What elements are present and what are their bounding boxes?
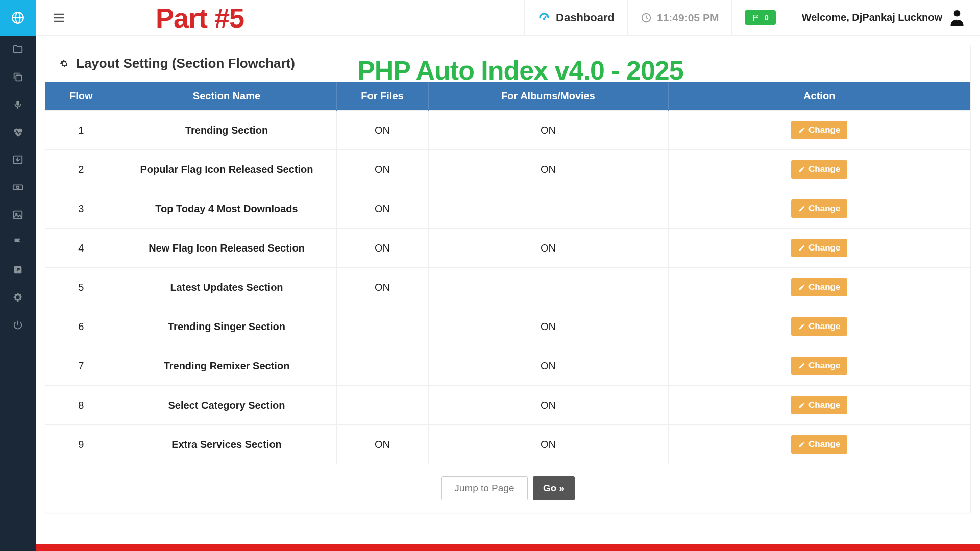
col-albums: For Albums/Movies bbox=[428, 82, 668, 111]
sidebar-item-folder[interactable] bbox=[0, 36, 36, 63]
main-content: Layout Setting (Section Flowchart) Flow … bbox=[36, 36, 980, 522]
col-files: For Files bbox=[336, 82, 428, 111]
sidebar-logo[interactable] bbox=[0, 0, 36, 36]
sidebar-item-settings[interactable] bbox=[0, 284, 36, 311]
cell-albums: ON bbox=[428, 111, 668, 150]
sidebar-item-money[interactable] bbox=[0, 173, 36, 201]
svg-point-9 bbox=[17, 186, 19, 189]
sidebar-item-power[interactable] bbox=[0, 311, 36, 339]
change-button[interactable]: Change bbox=[791, 396, 847, 414]
change-button[interactable]: Change bbox=[791, 239, 847, 257]
svg-rect-8 bbox=[13, 185, 22, 189]
pencil-icon bbox=[798, 402, 805, 409]
change-label: Change bbox=[808, 125, 840, 135]
pencil-icon bbox=[798, 244, 805, 252]
cell-action: Change bbox=[668, 150, 970, 189]
sidebar-item-heartbeat[interactable] bbox=[0, 118, 36, 146]
cell-files: ON bbox=[336, 268, 428, 307]
menu-toggle-button[interactable] bbox=[48, 8, 69, 28]
cell-name: Trending Singer Section bbox=[117, 307, 336, 346]
sidebar-item-download[interactable] bbox=[0, 146, 36, 173]
sidebar-item-copy[interactable] bbox=[0, 63, 36, 91]
change-label: Change bbox=[808, 282, 840, 292]
cell-name: Top Today 4 Most Downloads bbox=[117, 189, 336, 229]
microphone-icon bbox=[12, 99, 23, 110]
cell-files bbox=[336, 307, 428, 346]
image-icon bbox=[12, 209, 23, 220]
cell-name: Trending Remixer Section bbox=[117, 346, 336, 386]
gear-icon bbox=[59, 58, 70, 69]
cell-name: Extra Services Section bbox=[117, 425, 336, 464]
pencil-icon bbox=[798, 284, 805, 291]
cell-action: Change bbox=[668, 425, 970, 464]
sidebar-item-image[interactable] bbox=[0, 201, 36, 229]
change-label: Change bbox=[808, 400, 840, 410]
table-row: 7Trending Remixer SectionONChange bbox=[45, 346, 970, 386]
external-link-icon bbox=[12, 264, 23, 276]
change-label: Change bbox=[808, 321, 840, 332]
clock-time: 11:49:05 PM bbox=[657, 12, 719, 24]
change-label: Change bbox=[808, 204, 840, 214]
cell-files: ON bbox=[336, 111, 428, 150]
dashboard-icon bbox=[537, 11, 551, 24]
sidebar-item-flag[interactable] bbox=[0, 229, 36, 256]
clock-display: 11:49:05 PM bbox=[627, 0, 731, 35]
cell-name: Latest Updates Section bbox=[117, 268, 336, 307]
change-button[interactable]: Change bbox=[791, 160, 847, 179]
welcome-user[interactable]: Welcome, DjPankaj Lucknow bbox=[789, 0, 980, 35]
table-row: 3Top Today 4 Most DownloadsONChange bbox=[45, 189, 970, 229]
cell-name: Popular Flag Icon Released Section bbox=[117, 150, 336, 189]
sidebar-item-microphone[interactable] bbox=[0, 91, 36, 118]
change-button[interactable]: Change bbox=[791, 278, 847, 296]
cell-flow: 8 bbox=[45, 386, 117, 425]
power-icon bbox=[12, 319, 23, 331]
cell-albums bbox=[428, 189, 668, 229]
change-label: Change bbox=[808, 243, 840, 253]
change-button[interactable]: Change bbox=[791, 199, 847, 218]
col-flow: Flow bbox=[45, 82, 117, 111]
cell-files: ON bbox=[336, 150, 428, 189]
cell-action: Change bbox=[668, 268, 970, 307]
cell-albums: ON bbox=[428, 425, 668, 464]
cell-action: Change bbox=[668, 307, 970, 346]
cell-flow: 3 bbox=[45, 189, 117, 229]
cell-action: Change bbox=[668, 189, 970, 229]
cell-albums: ON bbox=[428, 346, 668, 386]
change-button[interactable]: Change bbox=[791, 435, 847, 454]
table-row: 1Trending SectionONONChange bbox=[45, 111, 970, 150]
cell-flow: 2 bbox=[45, 150, 117, 189]
download-box-icon bbox=[12, 154, 23, 165]
copy-icon bbox=[12, 71, 23, 83]
change-label: Change bbox=[808, 439, 840, 449]
change-button[interactable]: Change bbox=[791, 121, 847, 139]
pager: Go » bbox=[45, 464, 970, 513]
flag-outline-icon bbox=[752, 14, 760, 22]
pencil-icon bbox=[798, 323, 805, 330]
cell-action: Change bbox=[668, 346, 970, 386]
table-row: 2Popular Flag Icon Released SectionONONC… bbox=[45, 150, 970, 189]
cell-flow: 6 bbox=[45, 307, 117, 346]
topbar: Part #5 Dashboard 11:49:05 PM 0 Welcome,… bbox=[36, 0, 980, 36]
notifications-count: 0 bbox=[764, 13, 768, 22]
jump-page-input[interactable] bbox=[441, 476, 528, 500]
dashboard-link[interactable]: Dashboard bbox=[537, 11, 615, 24]
svg-rect-10 bbox=[14, 211, 22, 219]
table-row: 4New Flag Icon Released SectionONONChang… bbox=[45, 229, 970, 268]
change-button[interactable]: Change bbox=[791, 357, 847, 375]
cell-flow: 4 bbox=[45, 229, 117, 268]
folder-icon bbox=[12, 44, 23, 55]
cell-name: New Flag Icon Released Section bbox=[117, 229, 336, 268]
change-label: Change bbox=[808, 361, 840, 371]
cell-action: Change bbox=[668, 111, 970, 150]
cell-albums: ON bbox=[428, 386, 668, 425]
cell-files bbox=[336, 386, 428, 425]
notifications-badge[interactable]: 0 bbox=[745, 10, 775, 25]
change-button[interactable]: Change bbox=[791, 317, 847, 336]
bottom-strip bbox=[36, 544, 980, 551]
pencil-icon bbox=[798, 441, 805, 448]
table-row: 6Trending Singer SectionONChange bbox=[45, 307, 970, 346]
flag-icon bbox=[12, 237, 23, 248]
go-button[interactable]: Go » bbox=[533, 476, 575, 500]
col-section: Section Name bbox=[117, 82, 336, 111]
sidebar-item-external[interactable] bbox=[0, 256, 36, 284]
